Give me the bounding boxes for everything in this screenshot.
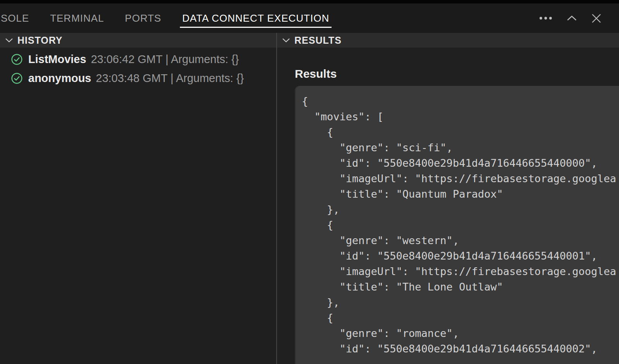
window-top-edge (0, 0, 619, 3)
history-list: ListMovies 23:06:42 GMT | Arguments: {} … (0, 48, 276, 88)
tab-ports[interactable]: PORTS (125, 12, 161, 24)
close-icon (592, 14, 601, 23)
close-panel-button[interactable] (592, 14, 601, 23)
panel-actions (539, 14, 619, 23)
results-body: Results { "movies": [ { "genre": "sci-fi… (277, 48, 619, 364)
history-panel: HISTORY ListMovies 23:06:42 GMT | Argume… (0, 33, 276, 364)
results-panel-header[interactable]: RESULTS (277, 33, 619, 48)
check-circle-icon (11, 54, 22, 65)
history-panel-header[interactable]: HISTORY (0, 33, 276, 48)
history-item[interactable]: ListMovies 23:06:42 GMT | Arguments: {} (0, 50, 276, 69)
history-item[interactable]: anonymous 23:03:48 GMT | Arguments: {} (0, 69, 276, 88)
bottom-panel-window: SOLE TERMINAL PORTS DATA CONNECT EXECUTI… (0, 0, 619, 364)
results-heading: Results (295, 67, 619, 81)
chevron-down-icon (5, 38, 13, 43)
history-item-name: ListMovies (28, 53, 86, 66)
panel-tab-bar: SOLE TERMINAL PORTS DATA CONNECT EXECUTI… (0, 3, 619, 33)
chevron-down-icon (282, 38, 290, 43)
check-circle-icon (11, 73, 22, 84)
maximize-panel-button[interactable] (567, 15, 577, 21)
history-item-meta: 23:06:42 GMT | Arguments: {} (91, 53, 239, 66)
more-actions-button[interactable] (539, 17, 552, 20)
history-panel-title: HISTORY (17, 35, 63, 46)
tab-console[interactable]: SOLE (1, 12, 29, 24)
split-panels: HISTORY ListMovies 23:06:42 GMT | Argume… (0, 33, 619, 364)
tab-data-connect-execution[interactable]: DATA CONNECT EXECUTION (182, 12, 329, 24)
results-panel-title: RESULTS (294, 35, 342, 46)
results-json-text: { "movies": [ { "genre": "sci-fi", "id":… (295, 86, 619, 357)
history-item-meta: 23:03:48 GMT | Arguments: {} (96, 72, 244, 85)
tab-terminal[interactable]: TERMINAL (50, 12, 104, 24)
results-code-block[interactable]: { "movies": [ { "genre": "sci-fi", "id":… (295, 86, 619, 364)
ellipsis-icon (539, 17, 552, 20)
results-panel: RESULTS Results { "movies": [ { "genre":… (277, 33, 619, 364)
history-item-name: anonymous (28, 72, 91, 85)
chevron-up-icon (567, 15, 577, 21)
panel-tabs: SOLE TERMINAL PORTS DATA CONNECT EXECUTI… (0, 12, 329, 24)
